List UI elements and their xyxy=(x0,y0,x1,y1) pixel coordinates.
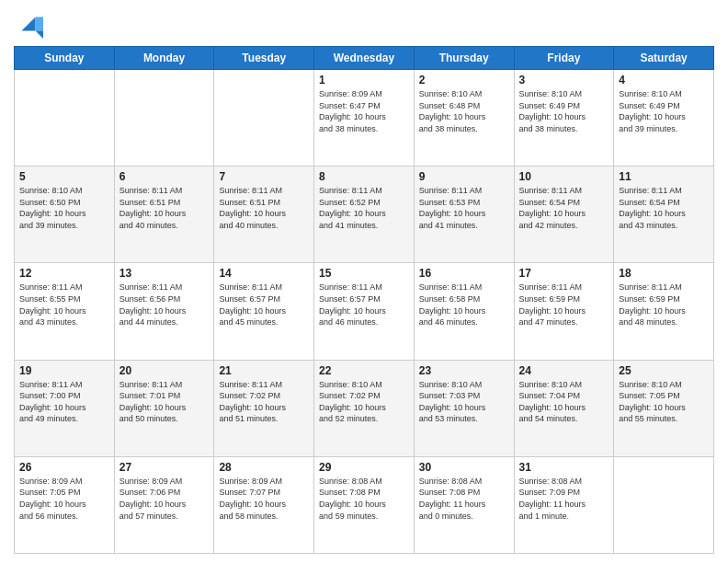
day-info: Sunrise: 8:11 AMSunset: 6:52 PMDaylight:… xyxy=(319,185,409,231)
day-header-tuesday: Tuesday xyxy=(214,47,314,70)
day-number: 1 xyxy=(319,74,409,86)
calendar-week-4: 19Sunrise: 8:11 AMSunset: 7:00 PMDayligh… xyxy=(15,360,714,456)
day-number: 2 xyxy=(419,74,509,86)
header xyxy=(14,9,714,39)
day-number: 30 xyxy=(419,461,509,474)
calendar-cell: 19Sunrise: 8:11 AMSunset: 7:00 PMDayligh… xyxy=(15,360,115,456)
day-info: Sunrise: 8:11 AMSunset: 7:02 PMDaylight:… xyxy=(219,379,309,425)
day-info: Sunrise: 8:10 AMSunset: 6:49 PMDaylight:… xyxy=(619,88,709,134)
day-number: 10 xyxy=(519,170,609,183)
day-info: Sunrise: 8:10 AMSunset: 6:50 PMDaylight:… xyxy=(19,185,109,231)
day-number: 28 xyxy=(219,461,309,474)
calendar-cell: 16Sunrise: 8:11 AMSunset: 6:58 PMDayligh… xyxy=(414,263,514,360)
day-info: Sunrise: 8:10 AMSunset: 7:04 PMDaylight:… xyxy=(519,379,609,425)
day-number: 4 xyxy=(619,74,709,86)
calendar-cell: 23Sunrise: 8:10 AMSunset: 7:03 PMDayligh… xyxy=(414,360,514,456)
day-number: 25 xyxy=(619,364,709,377)
calendar-cell xyxy=(114,70,214,167)
day-header-sunday: Sunday xyxy=(15,47,115,70)
day-number: 11 xyxy=(619,170,709,183)
day-info: Sunrise: 8:11 AMSunset: 7:01 PMDaylight:… xyxy=(119,379,210,425)
day-number: 7 xyxy=(219,170,309,183)
calendar-cell: 4Sunrise: 8:10 AMSunset: 6:49 PMDaylight… xyxy=(614,70,714,167)
day-info: Sunrise: 8:11 AMSunset: 6:51 PMDaylight:… xyxy=(119,185,210,231)
calendar-week-3: 12Sunrise: 8:11 AMSunset: 6:55 PMDayligh… xyxy=(15,263,714,360)
day-number: 24 xyxy=(519,364,609,377)
day-info: Sunrise: 8:09 AMSunset: 7:06 PMDaylight:… xyxy=(119,476,210,522)
calendar-week-1: 1Sunrise: 8:09 AMSunset: 6:47 PMDaylight… xyxy=(15,70,714,167)
svg-marker-2 xyxy=(36,31,43,39)
calendar-cell: 3Sunrise: 8:10 AMSunset: 6:49 PMDaylight… xyxy=(514,70,614,167)
calendar-cell: 30Sunrise: 8:08 AMSunset: 7:08 PMDayligh… xyxy=(414,456,514,553)
calendar-cell: 14Sunrise: 8:11 AMSunset: 6:57 PMDayligh… xyxy=(214,263,314,360)
calendar-cell: 18Sunrise: 8:11 AMSunset: 6:59 PMDayligh… xyxy=(614,263,714,360)
day-number: 22 xyxy=(319,364,409,377)
day-number: 8 xyxy=(319,170,409,183)
day-info: Sunrise: 8:09 AMSunset: 6:47 PMDaylight:… xyxy=(319,88,409,134)
calendar-cell: 28Sunrise: 8:09 AMSunset: 7:07 PMDayligh… xyxy=(214,456,314,553)
day-number: 9 xyxy=(419,170,509,183)
day-header-friday: Friday xyxy=(514,47,614,70)
calendar-cell: 20Sunrise: 8:11 AMSunset: 7:01 PMDayligh… xyxy=(114,360,214,456)
calendar-cell: 21Sunrise: 8:11 AMSunset: 7:02 PMDayligh… xyxy=(214,360,314,456)
day-number: 3 xyxy=(519,74,609,86)
day-number: 13 xyxy=(119,267,210,280)
calendar-cell: 15Sunrise: 8:11 AMSunset: 6:57 PMDayligh… xyxy=(314,263,415,360)
calendar-cell: 17Sunrise: 8:11 AMSunset: 6:59 PMDayligh… xyxy=(514,263,614,360)
day-header-wednesday: Wednesday xyxy=(314,47,415,70)
day-info: Sunrise: 8:10 AMSunset: 7:02 PMDaylight:… xyxy=(319,379,409,425)
day-number: 19 xyxy=(19,364,109,377)
day-info: Sunrise: 8:11 AMSunset: 6:54 PMDaylight:… xyxy=(619,185,709,231)
calendar-cell: 8Sunrise: 8:11 AMSunset: 6:52 PMDaylight… xyxy=(314,167,415,263)
calendar-cell: 5Sunrise: 8:10 AMSunset: 6:50 PMDaylight… xyxy=(15,167,115,263)
day-info: Sunrise: 8:11 AMSunset: 6:56 PMDaylight:… xyxy=(119,282,210,327)
day-info: Sunrise: 8:11 AMSunset: 6:57 PMDaylight:… xyxy=(219,282,309,327)
calendar-cell: 22Sunrise: 8:10 AMSunset: 7:02 PMDayligh… xyxy=(314,360,415,456)
day-info: Sunrise: 8:10 AMSunset: 7:05 PMDaylight:… xyxy=(619,379,709,425)
calendar-cell: 24Sunrise: 8:10 AMSunset: 7:04 PMDayligh… xyxy=(514,360,614,456)
logo xyxy=(14,9,47,39)
day-number: 17 xyxy=(519,267,609,280)
calendar-header-row: SundayMondayTuesdayWednesdayThursdayFrid… xyxy=(15,47,714,70)
day-info: Sunrise: 8:11 AMSunset: 6:58 PMDaylight:… xyxy=(419,282,509,327)
calendar-cell: 26Sunrise: 8:09 AMSunset: 7:05 PMDayligh… xyxy=(15,456,115,553)
day-number: 12 xyxy=(19,267,109,280)
calendar-week-2: 5Sunrise: 8:10 AMSunset: 6:50 PMDaylight… xyxy=(15,167,714,263)
calendar-cell: 1Sunrise: 8:09 AMSunset: 6:47 PMDaylight… xyxy=(314,70,415,167)
day-info: Sunrise: 8:08 AMSunset: 7:08 PMDaylight:… xyxy=(319,476,409,522)
calendar-cell: 9Sunrise: 8:11 AMSunset: 6:53 PMDaylight… xyxy=(414,167,514,263)
calendar-cell: 12Sunrise: 8:11 AMSunset: 6:55 PMDayligh… xyxy=(15,263,115,360)
day-number: 6 xyxy=(119,170,210,183)
day-info: Sunrise: 8:11 AMSunset: 7:00 PMDaylight:… xyxy=(19,379,109,425)
calendar-week-5: 26Sunrise: 8:09 AMSunset: 7:05 PMDayligh… xyxy=(15,456,714,553)
calendar-cell: 2Sunrise: 8:10 AMSunset: 6:48 PMDaylight… xyxy=(414,70,514,167)
day-info: Sunrise: 8:08 AMSunset: 7:09 PMDaylight:… xyxy=(519,476,609,522)
day-info: Sunrise: 8:09 AMSunset: 7:07 PMDaylight:… xyxy=(219,476,309,522)
calendar-cell xyxy=(214,70,314,167)
day-info: Sunrise: 8:10 AMSunset: 6:49 PMDaylight:… xyxy=(519,88,609,134)
day-info: Sunrise: 8:11 AMSunset: 6:59 PMDaylight:… xyxy=(619,282,709,327)
day-number: 20 xyxy=(119,364,210,377)
day-number: 5 xyxy=(19,170,109,183)
calendar-cell: 11Sunrise: 8:11 AMSunset: 6:54 PMDayligh… xyxy=(614,167,714,263)
logo-icon xyxy=(14,9,43,39)
day-info: Sunrise: 8:11 AMSunset: 6:51 PMDaylight:… xyxy=(219,185,309,231)
calendar-cell: 27Sunrise: 8:09 AMSunset: 7:06 PMDayligh… xyxy=(114,456,214,553)
calendar-cell: 13Sunrise: 8:11 AMSunset: 6:56 PMDayligh… xyxy=(114,263,214,360)
day-number: 26 xyxy=(19,461,109,474)
day-info: Sunrise: 8:08 AMSunset: 7:08 PMDaylight:… xyxy=(419,476,509,522)
day-info: Sunrise: 8:10 AMSunset: 6:48 PMDaylight:… xyxy=(419,88,509,134)
day-header-monday: Monday xyxy=(114,47,214,70)
calendar-cell xyxy=(15,70,115,167)
day-number: 18 xyxy=(619,267,709,280)
day-info: Sunrise: 8:11 AMSunset: 6:54 PMDaylight:… xyxy=(519,185,609,231)
day-info: Sunrise: 8:09 AMSunset: 7:05 PMDaylight:… xyxy=(19,476,109,522)
svg-marker-1 xyxy=(36,17,43,30)
day-number: 21 xyxy=(219,364,309,377)
day-info: Sunrise: 8:11 AMSunset: 6:57 PMDaylight:… xyxy=(319,282,409,327)
day-info: Sunrise: 8:11 AMSunset: 6:55 PMDaylight:… xyxy=(19,282,109,327)
day-number: 29 xyxy=(319,461,409,474)
svg-marker-0 xyxy=(21,17,35,30)
page: SundayMondayTuesdayWednesdayThursdayFrid… xyxy=(0,0,728,563)
day-number: 27 xyxy=(119,461,210,474)
